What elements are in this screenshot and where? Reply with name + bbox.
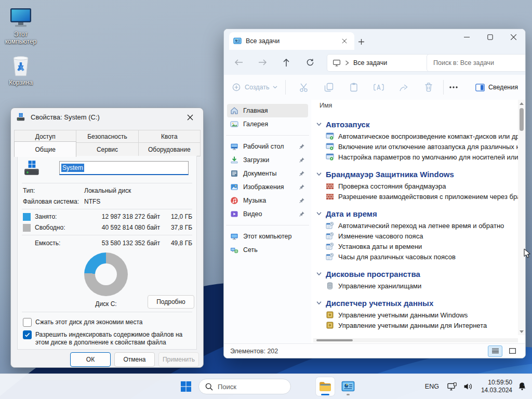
- task-list: Имя Автозапуск Автоматическое воспроизве…: [313, 100, 525, 343]
- scroll-down-arrow[interactable]: [518, 328, 525, 335]
- close-icon: [187, 114, 193, 121]
- all-tasks-icon: [233, 37, 242, 45]
- task-item[interactable]: Управление учетными данными для Интернет…: [313, 320, 518, 330]
- volume-icon[interactable]: [463, 382, 473, 391]
- task-item[interactable]: Автоматический переход на летнее время и…: [313, 220, 518, 231]
- taskbar-search[interactable]: Поиск: [198, 379, 291, 394]
- drive-icon: [23, 160, 43, 177]
- tab-hardware[interactable]: Оборудование: [138, 142, 201, 156]
- task-item[interactable]: Разрешение взаимодействовия с приложение…: [313, 191, 518, 202]
- desktop-icon-recycle-bin[interactable]: Корзина: [1, 54, 41, 86]
- paste-button[interactable]: [348, 81, 360, 94]
- ellipsis-icon: [449, 86, 458, 88]
- task-item[interactable]: Настройка параметров по умолчанию для но…: [313, 152, 518, 162]
- tab-quota[interactable]: Квота: [138, 130, 201, 143]
- compress-checkbox[interactable]: [23, 318, 32, 327]
- scrollbar-thumb[interactable]: [316, 339, 353, 341]
- horizontal-scrollbar[interactable]: [313, 338, 518, 342]
- task-item[interactable]: Часы для различных часовых поясов: [313, 251, 518, 262]
- desktop-icon-this-pc[interactable]: Этот компьютер: [1, 6, 41, 45]
- sidebar-item-network[interactable]: Сеть: [227, 243, 308, 257]
- taskbar-file-explorer[interactable]: [316, 377, 335, 396]
- cut-button[interactable]: [298, 81, 310, 94]
- index-checkbox[interactable]: [23, 330, 32, 339]
- network-icon[interactable]: [447, 382, 457, 391]
- task-label: Управление учетными данными Windows: [338, 311, 468, 319]
- group-header-storage-spaces[interactable]: Дисковые пространства: [313, 267, 518, 281]
- search-input[interactable]: Поиск в: Все задачи: [427, 54, 526, 72]
- column-header-name[interactable]: Имя: [313, 100, 518, 112]
- taskbar-all-tasks[interactable]: [339, 377, 357, 396]
- list-view-button[interactable]: [488, 345, 502, 357]
- task-item[interactable]: Управление хранилищами: [313, 281, 518, 291]
- delete-button[interactable]: [422, 81, 435, 94]
- task-item[interactable]: Установка даты и времени: [313, 241, 518, 251]
- sidebar-item-pictures[interactable]: Изображения: [227, 180, 308, 194]
- cancel-button[interactable]: Отмена: [114, 352, 155, 367]
- clock[interactable]: 10:59:50 14.03.2024: [481, 379, 512, 394]
- autoplay-icon: [326, 132, 334, 140]
- create-label: Создать: [245, 84, 270, 91]
- sidebar-item-this-pc[interactable]: Этот компьютер: [227, 230, 308, 243]
- sidebar-item-downloads[interactable]: Загрузки: [227, 153, 308, 167]
- group-header-autoplay[interactable]: Автозапуск: [313, 117, 518, 131]
- up-button[interactable]: [280, 56, 292, 69]
- rename-icon: [374, 83, 384, 91]
- forward-button[interactable]: [256, 56, 269, 69]
- details-pane-button[interactable]: Сведения: [475, 80, 518, 95]
- scrollbar-thumb[interactable]: [520, 108, 524, 131]
- sidebar-item-videos[interactable]: Видео: [227, 207, 308, 221]
- sidebar-item-gallery[interactable]: Галерея: [227, 117, 308, 131]
- new-tab-button[interactable]: [355, 35, 367, 48]
- share-button[interactable]: [397, 81, 410, 94]
- more-options-button[interactable]: [447, 81, 460, 94]
- tab-service[interactable]: Сервис: [76, 142, 138, 156]
- ok-button[interactable]: ОК: [70, 352, 111, 367]
- task-item[interactable]: Управление учетными данными Windows: [313, 310, 518, 320]
- apply-button[interactable]: Применить: [158, 352, 199, 367]
- task-item[interactable]: Включение или отключение автозапуска для…: [313, 141, 518, 152]
- task-item[interactable]: Проверка состояния брандмауэра: [313, 181, 518, 191]
- group-header-firewall[interactable]: Брандмауэр Защитника Windows: [313, 167, 518, 181]
- storage-icon: [326, 282, 334, 290]
- task-item[interactable]: Автоматическое воспроизведение компакт-д…: [313, 131, 518, 141]
- task-item[interactable]: Изменение часового пояса: [313, 231, 518, 241]
- language-indicator[interactable]: ENG: [425, 383, 439, 390]
- task-label: Настройка параметров по умолчанию для но…: [338, 153, 518, 161]
- copy-button[interactable]: [323, 81, 335, 94]
- network-icon: [230, 246, 238, 254]
- start-button[interactable]: [177, 377, 195, 396]
- free-bytes: 40 592 814 080 байт: [85, 224, 160, 232]
- address-bar[interactable]: Все задачи: [327, 54, 433, 72]
- video-icon: [230, 210, 238, 218]
- tab-general[interactable]: Общие: [14, 141, 76, 157]
- tab-security[interactable]: Безопасность: [76, 130, 138, 143]
- group-header-datetime[interactable]: Дата и время: [313, 207, 518, 220]
- dialog-titlebar[interactable]: Свойства: System (C:): [11, 108, 203, 126]
- close-button[interactable]: [502, 29, 525, 45]
- rename-button[interactable]: [373, 81, 385, 94]
- minimize-button[interactable]: [455, 29, 478, 45]
- sidebar-item-desktop[interactable]: Рабочий стол: [227, 140, 308, 153]
- volume-label-input[interactable]: System: [59, 161, 189, 175]
- scroll-up-arrow[interactable]: [518, 100, 525, 107]
- back-button[interactable]: [232, 56, 245, 69]
- refresh-button[interactable]: [304, 56, 316, 69]
- sidebar-item-music[interactable]: Музыка: [227, 194, 308, 207]
- group-header-credential-manager[interactable]: Диспетчер учетных данных: [313, 296, 518, 310]
- notification-bell-icon[interactable]: z: [517, 382, 527, 391]
- tab-close-button[interactable]: [339, 35, 350, 47]
- create-button[interactable]: Создать: [232, 80, 277, 95]
- search-placeholder: Поиск в: Все задачи: [433, 59, 494, 66]
- sidebar-item-home[interactable]: Главная: [227, 104, 308, 117]
- music-icon: [230, 196, 238, 205]
- sidebar-item-documents[interactable]: Документы: [227, 167, 308, 180]
- type-label: Тип:: [23, 187, 84, 194]
- maximize-button[interactable]: [478, 29, 502, 45]
- vertical-scrollbar[interactable]: [518, 100, 525, 335]
- downloads-icon: [230, 156, 238, 164]
- details-button[interactable]: Подробно: [148, 295, 194, 309]
- large-icons-view-button[interactable]: [506, 346, 519, 356]
- dialog-close-button[interactable]: [182, 112, 198, 123]
- explorer-tab[interactable]: Все задачи: [229, 32, 354, 50]
